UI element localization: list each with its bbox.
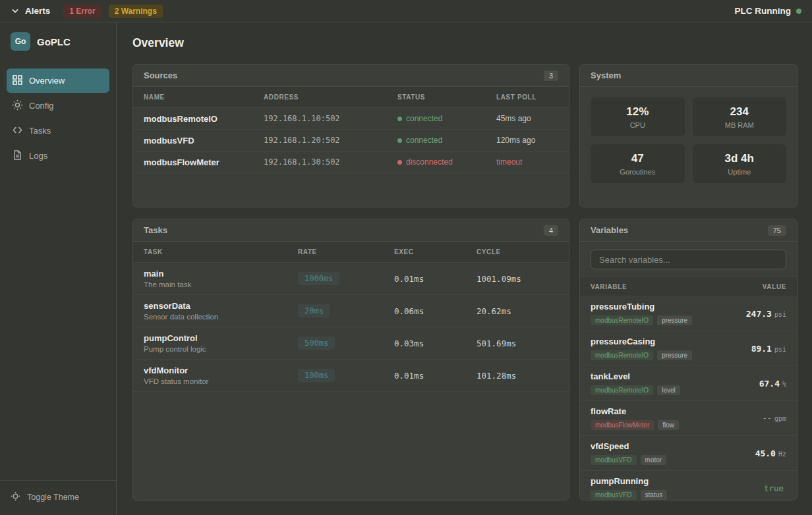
theme-toggle-button[interactable]: Toggle Theme bbox=[0, 481, 116, 515]
column-header-value: Value bbox=[763, 283, 786, 290]
task-name: sensorData bbox=[144, 301, 298, 311]
error-count-badge[interactable]: 1 Error bbox=[63, 5, 101, 18]
sidebar-nav: Overview Config Tasks Logs bbox=[0, 68, 116, 168]
source-status: connected bbox=[397, 114, 496, 123]
status-text: connected bbox=[406, 136, 442, 145]
task-row: pumpControl Pump control logic 500ms 0.0… bbox=[133, 327, 569, 360]
stat-value: 3d 4h bbox=[725, 152, 754, 165]
task-rate-cell: 20ms bbox=[298, 304, 394, 317]
column-header-address: Address bbox=[264, 94, 397, 101]
source-status: connected bbox=[397, 136, 496, 145]
source-row: modbusRemoteIO 192.168.1.10:502 connecte… bbox=[133, 108, 569, 130]
variables-panel: Variables 75 Variable Value pressureTubi… bbox=[579, 219, 798, 501]
column-header-cycle: Cycle bbox=[477, 248, 558, 256]
column-header-rate: Rate bbox=[298, 248, 394, 256]
source-last-poll: 120ms ago bbox=[496, 136, 558, 145]
source-tag: modbusRemoteIO bbox=[591, 315, 653, 325]
task-name-cell: sensorData Sensor data collection bbox=[144, 301, 298, 321]
variable-row: pressureCasing modbusRemoteIO pressure 8… bbox=[580, 331, 797, 366]
variable-value: 45.0 Hz bbox=[755, 448, 786, 458]
plc-running-dot-icon bbox=[796, 9, 801, 14]
sidebar-item-label: Overview bbox=[29, 76, 65, 86]
code-icon bbox=[12, 124, 23, 138]
variables-panel-header: Variables 75 bbox=[580, 219, 797, 242]
tasks-panel-header: Tasks 4 bbox=[133, 219, 569, 242]
task-rate-pill: 100ms bbox=[298, 369, 335, 382]
value-unit: Hz bbox=[778, 450, 786, 458]
column-header-status: Status bbox=[397, 94, 496, 101]
category-tag: status bbox=[641, 490, 668, 500]
source-status: disconnected bbox=[397, 157, 496, 167]
sidebar-item-config[interactable]: Config bbox=[7, 94, 109, 118]
stat-label: MB RAM bbox=[725, 121, 754, 129]
task-row: sensorData Sensor data collection 20ms 0… bbox=[133, 295, 569, 327]
value-number: 89.1 bbox=[751, 344, 772, 354]
value-number: 67.4 bbox=[759, 379, 780, 389]
task-rate-cell: 500ms bbox=[298, 337, 394, 350]
variable-name: flowRate bbox=[591, 406, 679, 416]
task-rate-cell: 1000ms bbox=[298, 272, 394, 285]
sources-panel-header: Sources 3 bbox=[133, 65, 569, 87]
stat-value: 47 bbox=[631, 152, 644, 165]
task-rate-pill: 20ms bbox=[298, 304, 330, 317]
sidebar-item-overview[interactable]: Overview bbox=[7, 68, 109, 93]
system-title: System bbox=[591, 70, 621, 80]
sidebar-item-logs[interactable]: Logs bbox=[7, 144, 109, 168]
app-name: GoPLC bbox=[37, 36, 71, 47]
tasks-title: Tasks bbox=[144, 225, 167, 235]
variable-info: flowRate modbusFlowMeter flow bbox=[591, 406, 679, 430]
task-name: main bbox=[144, 269, 298, 279]
search-variables-input[interactable] bbox=[591, 250, 786, 269]
warning-count-badge[interactable]: 2 Warnings bbox=[109, 5, 163, 18]
column-header-last-poll: Last Poll bbox=[496, 94, 558, 101]
status-dot-icon bbox=[397, 117, 402, 121]
column-header-task: Task bbox=[144, 248, 298, 256]
topbar: Alerts 1 Error 2 Warnings PLC Running bbox=[0, 0, 812, 22]
task-description: VFD status monitor bbox=[144, 377, 298, 385]
value-number: -- bbox=[762, 414, 771, 423]
stat-label: CPU bbox=[630, 121, 645, 129]
variable-value: 89.1 psi bbox=[751, 344, 786, 354]
chevron-down-icon[interactable] bbox=[11, 7, 20, 16]
alerts-toggle[interactable]: Alerts bbox=[25, 6, 50, 16]
value-number: 247.3 bbox=[746, 309, 772, 319]
variable-value: 247.3 psi bbox=[746, 309, 786, 319]
source-last-poll: 45ms ago bbox=[496, 114, 558, 123]
sidebar-item-label: Tasks bbox=[29, 126, 51, 136]
variable-info: vfdSpeed modbusVFD motor bbox=[591, 441, 666, 465]
go-logo-icon: Go bbox=[11, 32, 30, 51]
stat-value: 12% bbox=[626, 105, 649, 119]
sources-table-header: Name Address Status Last Poll bbox=[133, 87, 569, 108]
app-logo: Go GoPLC bbox=[0, 22, 116, 59]
source-tag: modbusVFD bbox=[591, 455, 637, 465]
variable-tags: modbusVFD motor bbox=[591, 455, 666, 465]
theme-toggle-label: Toggle Theme bbox=[27, 493, 79, 502]
status-text: disconnected bbox=[406, 157, 453, 167]
task-description: Sensor data collection bbox=[144, 313, 298, 321]
variable-row: flowRate modbusFlowMeter flow -- gpm bbox=[580, 401, 797, 436]
task-exec: 0.03ms bbox=[394, 339, 477, 348]
system-panel: System 12% CPU 234 MB RAM 47 Goroutines bbox=[579, 64, 798, 207]
source-name: modbusVFD bbox=[144, 136, 264, 146]
task-rate-cell: 100ms bbox=[298, 369, 394, 382]
variables-title: Variables bbox=[591, 225, 628, 235]
variable-row: tankLevel modbusRemoteIO level 67.4 % bbox=[580, 366, 797, 401]
category-tag: level bbox=[657, 385, 680, 395]
gear-icon bbox=[12, 99, 23, 113]
source-address: 192.168.1.20:502 bbox=[264, 136, 397, 145]
value-number: 45.0 bbox=[755, 448, 776, 458]
variables-table-body: pressureTubing modbusRemoteIO pressure 2… bbox=[580, 296, 797, 501]
variable-tags: modbusRemoteIO pressure bbox=[591, 350, 692, 360]
tasks-table-body: main The main task 1000ms 0.01ms 1001.09… bbox=[133, 263, 569, 392]
source-name: modbusRemoteIO bbox=[144, 114, 264, 124]
task-description: Pump control logic bbox=[144, 345, 298, 353]
value-unit: % bbox=[782, 381, 786, 388]
sidebar-item-tasks[interactable]: Tasks bbox=[7, 119, 109, 143]
page-title: Overview bbox=[132, 36, 798, 50]
category-tag: pressure bbox=[657, 350, 692, 360]
category-tag: flow bbox=[658, 420, 679, 430]
stat-card-ram: 234 MB RAM bbox=[693, 97, 787, 136]
value-number: true bbox=[764, 483, 784, 493]
tasks-count-badge: 4 bbox=[544, 225, 558, 236]
sidebar-item-label: Logs bbox=[29, 151, 47, 161]
